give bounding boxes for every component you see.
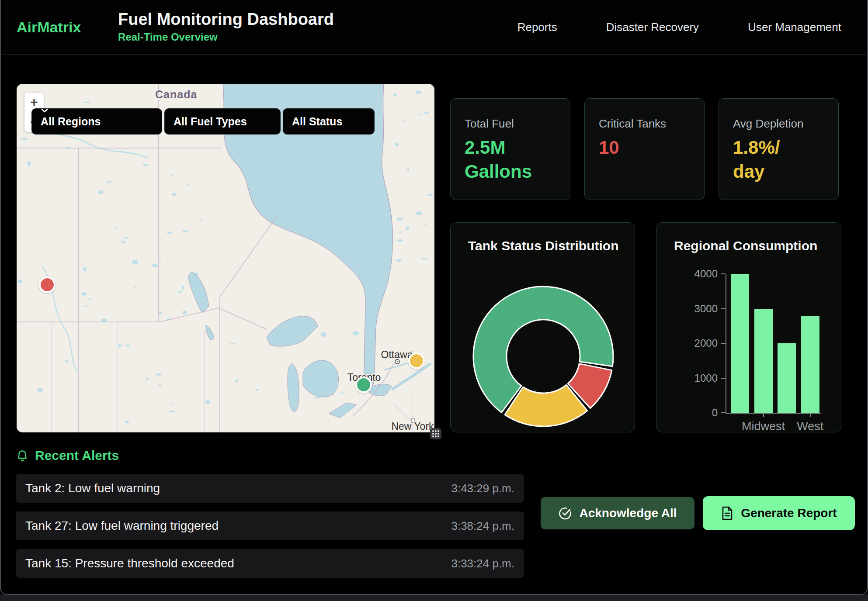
tank-marker[interactable] [355, 376, 372, 393]
stat-card-avg-depletion: Avg Depletion 1.8%/​day [719, 98, 839, 200]
bar [754, 309, 773, 413]
alert-row: Tank 27: Low fuel warning triggered 3:38… [16, 511, 524, 540]
stat-value: 10 [599, 136, 673, 160]
chevron-down-icon [41, 108, 48, 113]
x-tick-mark [810, 414, 811, 417]
alert-timestamp: 3:43:29 p.m. [451, 482, 514, 495]
stat-label: Total Fuel [465, 117, 556, 131]
y-tick-label: 3000 [683, 303, 718, 315]
bar [801, 316, 819, 413]
chart-title: Tank Status Distribution [468, 238, 618, 253]
alert-timestamp: 3:38:24 p.m. [451, 519, 514, 533]
status-filter-value: All Status [292, 115, 342, 128]
title-block: Fuel Monitoring Dashboard Real-Time Over… [118, 11, 334, 44]
recent-alerts-heading: Recent Alerts [17, 448, 119, 463]
map-canvas: Canada Ottawa Toronto New York [17, 84, 434, 432]
y-tick-mark [721, 378, 726, 379]
generate-report-label: Generate Report [741, 506, 837, 520]
y-axis-line [726, 274, 726, 414]
alert-message: Tank 2: Low fuel warning [25, 481, 160, 495]
fuel-type-filter-dropdown[interactable]: All Fuel Types [164, 108, 281, 135]
y-tick-label: 2000 [683, 337, 718, 349]
tank-status-donut-chart [469, 282, 618, 431]
stat-label: Avg Depletion [733, 117, 824, 131]
tank-marker[interactable] [408, 352, 425, 369]
country-label-canada: Canada [155, 88, 197, 100]
map-resize-handle[interactable] [430, 428, 441, 439]
check-circle-icon [558, 506, 572, 520]
nav-reports[interactable]: Reports [517, 21, 557, 34]
alert-row: Tank 15: Pressure threshold exceeded 3:3… [16, 549, 524, 578]
city-label-newyork: New York [391, 421, 434, 432]
main-nav: Reports Disaster Recovery User Managemen… [517, 0, 841, 54]
x-axis-line [726, 413, 821, 414]
brand-logo: AirMatrix [17, 19, 118, 36]
x-tick-label: West [780, 420, 841, 433]
stat-cards: Total Fuel 2.5M Gallons Critical Tanks 1… [450, 98, 839, 200]
alert-list: Tank 2: Low fuel warning 3:43:29 p.m. Ta… [16, 474, 524, 587]
stat-value: 2.5M Gallons [465, 136, 539, 183]
page-title: Fuel Monitoring Dashboard [118, 11, 334, 28]
alert-row: Tank 2: Low fuel warning 3:43:29 p.m. [16, 474, 524, 503]
app-header: AirMatrix Fuel Monitoring Dashboard Real… [0, 0, 868, 55]
status-filter-dropdown[interactable]: All Status [283, 108, 375, 135]
tank-marker[interactable] [39, 276, 56, 293]
y-tick-label: 4000 [683, 268, 718, 280]
bar [731, 274, 749, 413]
y-tick-mark [721, 343, 726, 344]
y-tick-label: 0 [683, 407, 718, 419]
acknowledge-all-label: Acknowledge All [579, 506, 677, 520]
alert-message: Tank 27: Low fuel warning triggered [25, 519, 219, 533]
document-icon [721, 506, 734, 521]
bell-icon [17, 449, 28, 462]
page-subtitle: Real-Time Overview [118, 31, 334, 43]
y-tick-label: 1000 [683, 372, 718, 384]
alert-message: Tank 15: Pressure threshold exceeded [25, 556, 234, 570]
generate-report-button[interactable]: Generate Report [703, 496, 855, 530]
tank-map[interactable]: Canada Ottawa Toronto New York + − All R… [17, 84, 434, 432]
stat-value: 1.8%/​day [733, 136, 807, 183]
bar [778, 343, 796, 413]
nav-disaster-recovery[interactable]: Disaster Recovery [606, 21, 699, 34]
regional-consumption-bar-chart: 01000200030004000MidwestWest [656, 223, 842, 433]
map-filter-bar: All Regions All Fuel Types All Status [31, 108, 375, 135]
bottom-strip [0, 594, 868, 601]
y-tick-mark [721, 412, 726, 413]
fuel-monitoring-dashboard: AirMatrix Fuel Monitoring Dashboard Real… [0, 0, 868, 601]
alert-timestamp: 3:33:24 p.m. [451, 557, 514, 570]
region-filter-value: All Regions [41, 115, 101, 128]
acknowledge-all-button[interactable]: Acknowledge All [541, 497, 694, 529]
regional-consumption-chart-card: Regional Consumption 01000200030004000Mi… [656, 222, 841, 432]
y-tick-mark [721, 273, 726, 274]
stat-card-critical-tanks: Critical Tanks 10 [584, 98, 705, 200]
nav-user-management[interactable]: User Management [748, 21, 841, 34]
y-tick-mark [721, 308, 726, 309]
stat-label: Critical Tanks [599, 117, 690, 131]
x-tick-mark [763, 414, 764, 417]
stat-card-total-fuel: Total Fuel 2.5M Gallons [450, 98, 570, 200]
fuel-filter-value: All Fuel Types [174, 115, 247, 128]
region-filter-dropdown[interactable]: All Regions [31, 108, 162, 135]
recent-alerts-title: Recent Alerts [35, 448, 119, 463]
tank-status-chart-card: Tank Status Distribution [450, 222, 635, 432]
